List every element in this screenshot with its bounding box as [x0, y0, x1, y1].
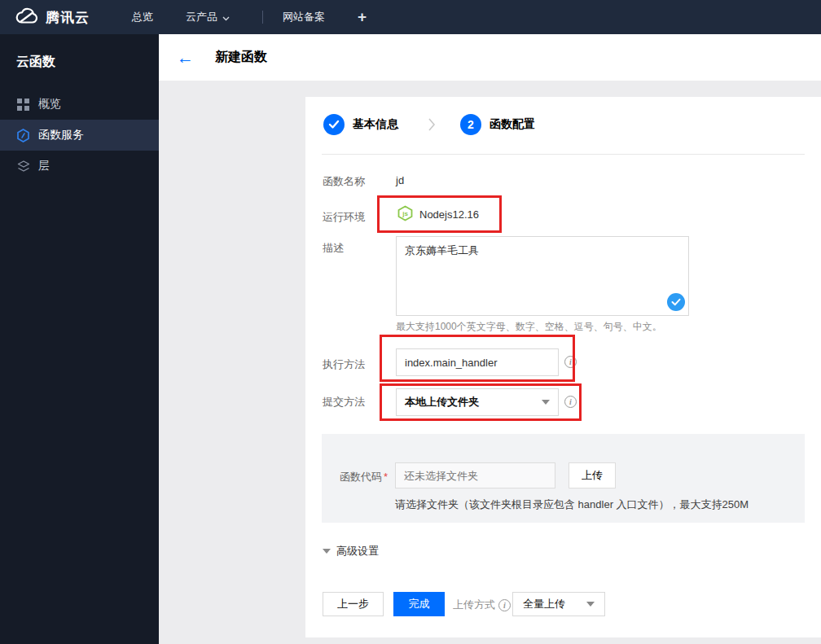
- advanced-settings-label: 高级设置: [336, 544, 379, 559]
- valid-check-icon: [667, 293, 685, 311]
- add-tab-button[interactable]: +: [358, 8, 367, 26]
- stepper-step-basic-info: 基本信息: [323, 114, 398, 135]
- step-label: 基本信息: [353, 117, 398, 132]
- step-label: 函数配置: [490, 117, 535, 132]
- topbar: 腾讯云 总览 云产品 网站备案 +: [0, 0, 821, 34]
- sidebar-title: 云函数: [0, 34, 159, 71]
- sidebar-item-overview[interactable]: 概览: [0, 89, 159, 120]
- back-arrow-icon[interactable]: ←: [177, 49, 194, 66]
- submit-method-select[interactable]: 本地上传文件夹: [396, 388, 559, 416]
- topnav: 总览 云产品 网站备案 +: [132, 8, 367, 26]
- brand-name: 腾讯云: [46, 8, 90, 27]
- step-done-check-icon: [323, 114, 345, 135]
- sidebar-item-function-service[interactable]: 函数服务: [0, 120, 159, 151]
- sidebar-item-label: 概览: [38, 97, 61, 112]
- submit-method-label: 提交方法: [323, 395, 365, 410]
- handler-input[interactable]: [396, 348, 559, 376]
- handler-label: 执行方法: [323, 357, 365, 372]
- topnav-divider: [262, 11, 263, 24]
- upload-mode-info-icon[interactable]: i: [498, 599, 511, 611]
- sidebar: 云函数 概览 函数服务: [0, 34, 159, 644]
- topnav-item-label: 总览: [132, 10, 153, 24]
- sidebar-item-layers[interactable]: 层: [0, 151, 159, 182]
- description-textarea[interactable]: 京东薅羊毛工具: [396, 236, 689, 316]
- grid-icon: [16, 98, 30, 112]
- stepper-step-function-config: 2 函数配置: [460, 114, 535, 135]
- page-header: ← 新建函数: [159, 34, 821, 81]
- chevron-down-icon: [222, 11, 230, 24]
- page-title: 新建函数: [215, 49, 267, 66]
- function-name-label: 函数名称: [323, 174, 365, 189]
- runtime-value: Nodejs12.16: [419, 208, 479, 221]
- finish-button[interactable]: 完成: [393, 592, 445, 616]
- brand[interactable]: 腾讯云: [15, 7, 90, 28]
- previous-step-button[interactable]: 上一步: [323, 592, 384, 616]
- layers-icon: [16, 160, 30, 173]
- function-code-section: 函数代码* 上传 请选择文件夹（该文件夹根目录应包含 handler 入口文件）…: [322, 434, 805, 523]
- description-hint: 最大支持1000个英文字母、数字、空格、逗号、句号、中文。: [396, 320, 662, 334]
- required-asterisk: *: [384, 471, 388, 483]
- upload-mode-select[interactable]: 全量上传: [512, 592, 605, 616]
- runtime-value-row: js Nodejs12.16: [397, 205, 479, 224]
- topnav-item-label: 网站备案: [283, 10, 325, 24]
- topnav-item-icp[interactable]: 网站备案: [283, 10, 325, 24]
- caret-down-icon: [542, 400, 550, 405]
- sidebar-item-label: 函数服务: [38, 128, 84, 142]
- submit-method-value: 本地上传文件夹: [405, 395, 542, 410]
- description-label: 描述: [323, 241, 344, 256]
- function-code-label: 函数代码*: [340, 470, 388, 484]
- tencent-cloud-logo-icon: [15, 7, 39, 28]
- svg-text:js: js: [402, 210, 408, 217]
- sidebar-item-label: 层: [38, 159, 50, 173]
- create-function-card: 基本信息 2 函数配置 函数名称 jd 运行环境 js Nodejs12.16 …: [305, 97, 821, 637]
- plus-icon: +: [358, 8, 367, 26]
- upload-mode-value: 全量上传: [523, 597, 586, 611]
- upload-mode-label: 上传方式: [453, 598, 495, 612]
- submit-method-info-icon[interactable]: i: [564, 396, 577, 408]
- folder-path-input[interactable]: [395, 462, 555, 488]
- topnav-item-products[interactable]: 云产品: [186, 10, 230, 24]
- caret-down-icon: [586, 602, 595, 607]
- handler-info-icon[interactable]: i: [564, 356, 577, 368]
- function-code-hint: 请选择文件夹（该文件夹根目录应包含 handler 入口文件），最大支持250M: [395, 497, 749, 512]
- topnav-item-label: 云产品: [186, 10, 217, 24]
- triangle-down-icon: [323, 549, 331, 554]
- upload-button[interactable]: 上传: [569, 462, 616, 488]
- runtime-label: 运行环境: [323, 210, 365, 225]
- topnav-item-overview[interactable]: 总览: [132, 10, 153, 24]
- advanced-settings-toggle[interactable]: 高级设置: [323, 544, 379, 559]
- nodejs-icon: js: [397, 205, 413, 224]
- sidebar-menu: 概览 函数服务 层: [0, 89, 159, 182]
- function-name-value: jd: [396, 174, 404, 186]
- stepper-divider: [322, 154, 805, 155]
- upload-mode-label-row: 上传方式 i: [453, 598, 511, 612]
- function-code-label-text: 函数代码: [340, 471, 382, 483]
- step-number-badge: 2: [460, 114, 481, 135]
- function-service-icon: [16, 129, 30, 142]
- step-chevron-icon: [428, 116, 436, 135]
